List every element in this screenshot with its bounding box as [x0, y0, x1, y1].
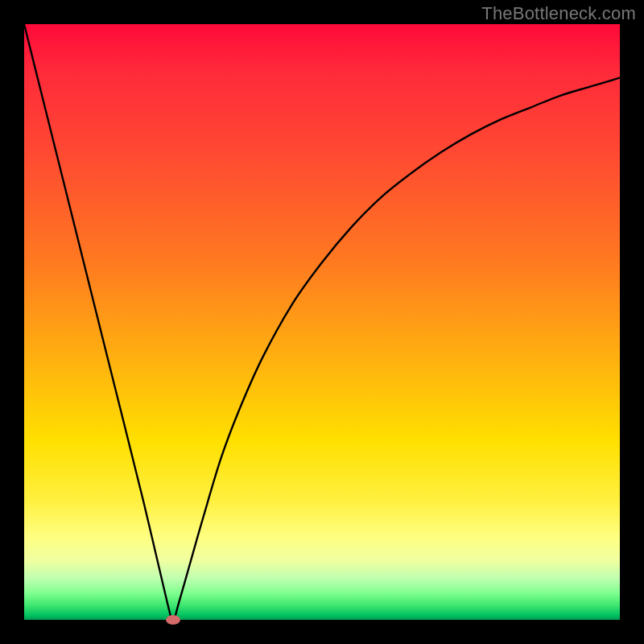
plot-area — [24, 24, 620, 620]
watermark-text: TheBottleneck.com — [481, 3, 636, 24]
curve-layer — [24, 24, 620, 620]
minimum-marker — [166, 615, 180, 625]
chart-frame: TheBottleneck.com — [0, 0, 644, 644]
bottleneck-curve — [24, 24, 620, 620]
